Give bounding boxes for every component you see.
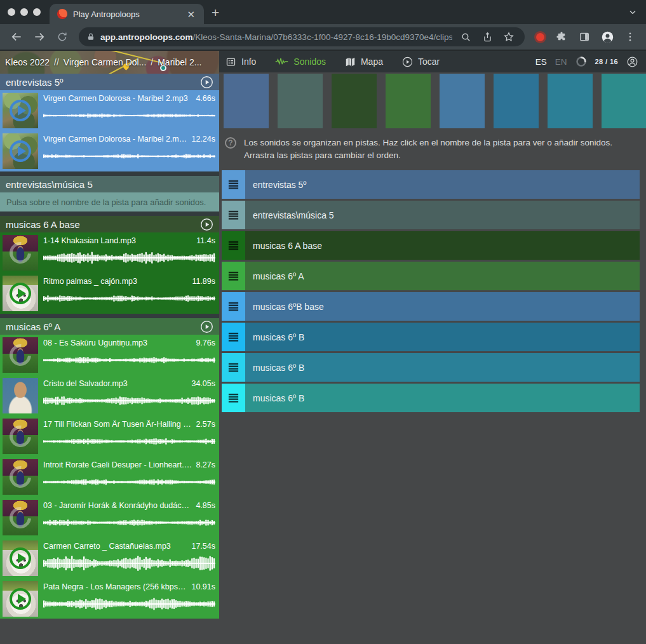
- drag-handle-icon[interactable]: [222, 323, 245, 351]
- tab-close-icon[interactable]: ✕: [184, 8, 198, 20]
- play-overlay-icon[interactable]: [10, 283, 31, 304]
- bookmark-star-icon[interactable]: [501, 29, 517, 45]
- drag-handle-icon[interactable]: [222, 170, 245, 199]
- track-section-header[interactable]: entrevistas\música 5: [0, 176, 219, 192]
- track-label-area[interactable]: musicas 6º B: [245, 353, 640, 382]
- map-breadcrumb-banner[interactable]: Kleos 2022//Virgen Carmen Dol.../Maribel…: [0, 51, 219, 74]
- side-panel-icon[interactable]: [575, 29, 594, 45]
- clip-waveform[interactable]: [43, 388, 215, 413]
- clip-waveform[interactable]: [43, 347, 215, 373]
- clip-row[interactable]: Cristo del Salvador.mp334.05s: [0, 375, 219, 416]
- track-label-area[interactable]: musicas 6º B: [245, 384, 640, 412]
- track-label-area[interactable]: musicas 6 A base: [245, 231, 640, 260]
- play-overlay-icon[interactable]: [10, 140, 31, 162]
- share-icon[interactable]: [479, 29, 495, 45]
- clip-row[interactable]: Pata Negra - Los Managers (256 kbps).mp3…: [0, 579, 219, 619]
- clip-thumbnail[interactable]: [3, 235, 38, 271]
- track-label-area[interactable]: musicas 6ºB base: [245, 292, 640, 321]
- track-color-swatch[interactable]: [494, 74, 539, 128]
- track-row[interactable]: entrevistas 5º: [222, 170, 640, 199]
- browser-tab[interactable]: Play Antropoloops ✕: [50, 4, 204, 24]
- track-row[interactable]: musicas 6º A: [222, 262, 640, 290]
- track-color-swatch[interactable]: [332, 74, 377, 128]
- track-color-swatch[interactable]: [602, 74, 646, 128]
- clip-waveform[interactable]: [43, 103, 215, 128]
- drag-handle-icon[interactable]: [222, 201, 245, 229]
- clip-waveform[interactable]: [43, 144, 215, 169]
- menu-dots-icon[interactable]: [621, 29, 640, 45]
- tab-sonidos[interactable]: Sonidos: [275, 57, 326, 67]
- play-overlay-icon[interactable]: [10, 547, 31, 569]
- tab-info[interactable]: Info: [225, 57, 256, 67]
- extensions-puzzle-icon[interactable]: [552, 29, 571, 45]
- clip-thumbnail[interactable]: [3, 459, 38, 495]
- track-row[interactable]: musicas 6 A base: [222, 231, 640, 260]
- track-row[interactable]: musicas 6º B: [222, 384, 640, 412]
- drag-handle-icon[interactable]: [222, 292, 245, 321]
- profile-avatar-icon[interactable]: [598, 29, 617, 45]
- drag-handle-icon[interactable]: [222, 262, 245, 290]
- new-tab-button[interactable]: +: [204, 5, 228, 24]
- clip-row[interactable]: 08 - Es Sakūru Uguntiņu.mp39.76s: [0, 335, 219, 375]
- clip-row[interactable]: 1-14 Khakasian Land.mp311.4s: [0, 232, 219, 273]
- loop-ring-icon[interactable]: [5, 340, 36, 370]
- tab-mapa[interactable]: Mapa: [345, 57, 383, 67]
- clip-waveform[interactable]: [43, 510, 215, 535]
- track-section-header[interactable]: musicas 6º A: [0, 318, 219, 335]
- back-icon[interactable]: [6, 27, 27, 47]
- clip-thumbnail[interactable]: [3, 581, 38, 617]
- language-es-button[interactable]: ES: [535, 57, 547, 67]
- drag-handle-icon[interactable]: [222, 384, 245, 412]
- account-icon[interactable]: [626, 56, 638, 68]
- clip-row[interactable]: Virgen Carmen Dolorosa - Maribel 2.mp34.…: [0, 90, 219, 131]
- clip-row[interactable]: Ritmo palmas _ cajón.mp311.89s: [0, 273, 219, 314]
- clip-thumbnail[interactable]: [3, 419, 38, 454]
- record-extension-icon[interactable]: [536, 33, 544, 41]
- play-circle-icon[interactable]: [200, 76, 213, 89]
- clip-row[interactable]: 03 - Jaromír Horák & Konrádyho dudácká .…: [0, 497, 219, 538]
- track-color-swatch[interactable]: [440, 74, 485, 128]
- window-zoom-button[interactable]: [33, 8, 41, 16]
- clip-waveform[interactable]: [43, 286, 215, 311]
- window-close-button[interactable]: [8, 8, 15, 16]
- clip-row[interactable]: 17 Till Flickan Som Är Tusen År-Halling …: [0, 416, 219, 457]
- clip-waveform[interactable]: [43, 429, 215, 454]
- track-color-swatch[interactable]: [548, 74, 593, 128]
- clip-row[interactable]: Carmen Carreto _ Castañuelas.mp317.54s: [0, 538, 219, 579]
- clip-row[interactable]: Virgen Carmen Dolorosa - Maribel 2.mp312…: [0, 131, 219, 171]
- track-label-area[interactable]: entrevistas 5º: [245, 170, 640, 199]
- clip-row[interactable]: Introit Rorate Caeli Desuper - Lionheart…: [0, 457, 219, 497]
- zoom-level-icon[interactable]: [457, 29, 474, 45]
- clip-thumbnail[interactable]: [3, 93, 38, 128]
- window-minimize-button[interactable]: [20, 8, 28, 16]
- drag-handle-icon[interactable]: [222, 353, 245, 382]
- breadcrumb-item[interactable]: Virgen Carmen Dol...: [64, 57, 146, 67]
- track-color-swatch[interactable]: [224, 74, 269, 128]
- track-label-area[interactable]: musicas 6º B: [245, 323, 640, 351]
- loop-ring-icon[interactable]: [5, 421, 36, 452]
- loop-ring-icon[interactable]: [5, 462, 36, 492]
- clip-thumbnail[interactable]: [3, 337, 38, 373]
- clip-thumbnail[interactable]: [3, 540, 38, 576]
- track-section-header[interactable]: entrevistas 5º: [0, 74, 219, 90]
- reload-icon[interactable]: [52, 27, 72, 47]
- tab-search-chevron-icon[interactable]: [628, 8, 637, 19]
- play-overlay-icon[interactable]: [10, 100, 31, 121]
- tab-tocar[interactable]: Tocar: [402, 57, 440, 67]
- loop-ring-icon[interactable]: [5, 502, 36, 533]
- track-row[interactable]: musicas 6ºB base: [222, 292, 640, 321]
- forward-icon[interactable]: [29, 27, 50, 47]
- track-row[interactable]: entrevistas\música 5: [222, 201, 640, 229]
- address-bar[interactable]: app.antropoloops.com/Kleos-Santa-Marina/…: [79, 27, 525, 46]
- clip-waveform[interactable]: [43, 245, 215, 271]
- play-circle-icon[interactable]: [200, 320, 213, 333]
- add-sounds-hint[interactable]: Pulsa sobre el nombre de la pista para a…: [0, 192, 219, 211]
- loop-ring-icon[interactable]: [5, 238, 36, 268]
- language-en-button[interactable]: EN: [555, 57, 567, 67]
- track-row[interactable]: musicas 6º B: [222, 323, 640, 351]
- breadcrumb-item[interactable]: Maribel 2...: [158, 57, 201, 67]
- play-overlay-icon[interactable]: [10, 588, 31, 610]
- clip-waveform[interactable]: [43, 551, 215, 576]
- clip-waveform[interactable]: [43, 591, 215, 617]
- track-label-area[interactable]: entrevistas\música 5: [245, 201, 640, 229]
